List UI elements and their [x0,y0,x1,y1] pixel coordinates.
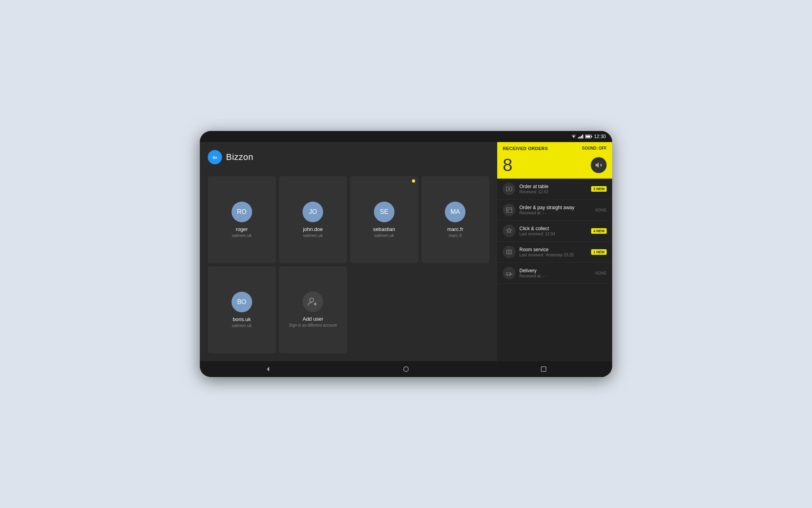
order-name-table: Order at table [519,184,591,189]
order-time-delivery: Received at: - - [519,274,595,278]
user-card-johndoe[interactable]: JO john.doe salmen.uk [279,176,347,263]
add-user-icon [303,291,323,312]
order-badge-pay: NONE [595,208,607,212]
order-icon-room [503,246,515,258]
order-name-room: Room service [519,247,591,252]
svg-rect-5 [591,136,592,137]
battery-icon [585,135,592,139]
add-user-subtitle: Sign in as different account [289,323,337,328]
add-user-card[interactable]: Add user Sign in as different account [279,266,347,354]
add-user-title: Add user [303,316,323,322]
user-card-sebastian[interactable]: SE sebastian salmen.uk [350,176,418,263]
svg-rect-2 [581,136,582,139]
order-list: Order at table Received: 12:43 3 NEW [497,179,612,361]
svg-rect-6 [586,136,590,138]
user-avatar-sebastian: SE [374,202,395,222]
orders-total-count: 8 [503,156,512,174]
order-item-collect[interactable]: Click & collect Last received: 12:04 4 N… [497,221,612,242]
nav-home-button[interactable] [398,361,414,377]
svg-rect-18 [507,210,509,211]
status-time: 12:30 [594,134,606,139]
svg-rect-16 [506,208,512,212]
order-icon-table [503,183,515,195]
order-time-pay: Received at: - - [519,211,595,215]
wifi-icon [571,135,576,139]
svg-point-22 [507,275,508,276]
app-logo: Bz [208,150,222,164]
user-name-borisuk: boris.uk [233,316,251,322]
svg-rect-0 [578,137,579,139]
svg-point-9 [310,298,314,302]
user-avatar-roger: RO [232,202,252,222]
order-item-pay[interactable]: Order & pay straight away Received at: -… [497,200,612,221]
right-panel: RECEIVED ORDERS SOUND: OFF 8 [497,142,612,361]
order-info-room: Room service Last received: Yesterday 23… [519,247,591,257]
user-avatar-marcfr: MA [445,202,465,222]
user-domain-sebastian: salmen.uk [374,233,394,238]
nav-back-button[interactable] [260,361,276,377]
order-item-delivery[interactable]: Delivery Received at: - - NONE [497,263,612,284]
user-domain-johndoe: salmen.uk [303,233,323,238]
orders-count-area: 8 [497,154,612,179]
user-card-borisuk[interactable]: BO boris.uk salmen.uk [208,266,276,354]
order-icon-pay [503,204,515,216]
order-name-pay: Order & pay straight away [519,205,595,210]
svg-marker-24 [267,367,269,371]
user-name-marcfr: marc.fr [447,226,463,232]
order-info-delivery: Delivery Received at: - - [519,268,595,278]
app-name: Bizzon [226,152,253,162]
user-name-sebastian: sebastian [373,226,395,232]
order-badge-collect: 4 NEW [591,228,607,234]
nav-recents-button[interactable] [536,361,552,377]
app-header: Bz Bizzon [208,150,489,164]
main-area: Bz Bizzon RO roger salmen.uk JO john.doe… [200,142,612,361]
order-badge-table: 3 NEW [591,186,607,192]
order-item-room[interactable]: Room service Last received: Yesterday 23… [497,242,612,263]
order-time-table: Received: 12:43 [519,190,591,194]
status-icons: 12:30 [571,134,606,139]
order-time-collect: Last received: 12:04 [519,232,591,236]
svg-point-15 [508,188,510,190]
order-info-table: Order at table Received: 12:43 [519,184,591,194]
svg-point-25 [404,367,408,371]
order-info-pay: Order & pay straight away Received at: -… [519,205,595,215]
status-bar: 12:30 [200,131,612,142]
order-name-collect: Click & collect [519,226,591,231]
user-domain-roger: salmen.uk [232,233,252,238]
empty-cell-1 [350,266,418,354]
user-avatar-johndoe: JO [303,202,323,222]
svg-text:Bz: Bz [213,156,217,160]
tablet-frame: 12:30 Bz Bizzon RO roger salmen [200,131,612,377]
order-info-collect: Click & collect Last received: 12:04 [519,226,591,236]
order-badge-delivery: NONE [595,271,607,275]
user-name-roger: roger [236,226,248,232]
sound-label: SOUND: OFF [582,146,607,150]
orders-header: RECEIVED ORDERS SOUND: OFF [497,142,612,154]
empty-cell-2 [421,266,490,354]
order-item-table[interactable]: Order at table Received: 12:43 3 NEW [497,179,612,200]
user-avatar-borisuk: BO [232,292,252,312]
signal-icon [578,135,584,139]
svg-point-23 [509,275,511,276]
orders-title: RECEIVED ORDERS [503,146,548,151]
user-card-roger[interactable]: RO roger salmen.uk [208,176,276,263]
users-grid: RO roger salmen.uk JO john.doe salmen.uk… [208,176,489,353]
svg-rect-1 [579,137,580,139]
user-name-johndoe: john.doe [303,226,323,232]
order-time-room: Last received: Yesterday 23:25 [519,253,591,257]
order-name-delivery: Delivery [519,268,595,273]
order-icon-collect [503,225,515,237]
sound-toggle-button[interactable] [591,157,607,173]
notification-dot-sebastian [412,179,415,183]
user-domain-marcfr: marc.fr [448,233,462,238]
svg-rect-26 [541,367,546,371]
svg-rect-3 [582,135,583,139]
svg-rect-19 [507,250,511,254]
user-domain-borisuk: salmen.uk [232,323,252,328]
order-badge-room: 1 NEW [591,249,607,255]
left-panel: Bz Bizzon RO roger salmen.uk JO john.doe… [200,142,497,361]
bottom-nav [200,361,612,377]
user-card-marcfr[interactable]: MA marc.fr marc.fr [421,176,490,263]
order-icon-delivery [503,267,515,279]
